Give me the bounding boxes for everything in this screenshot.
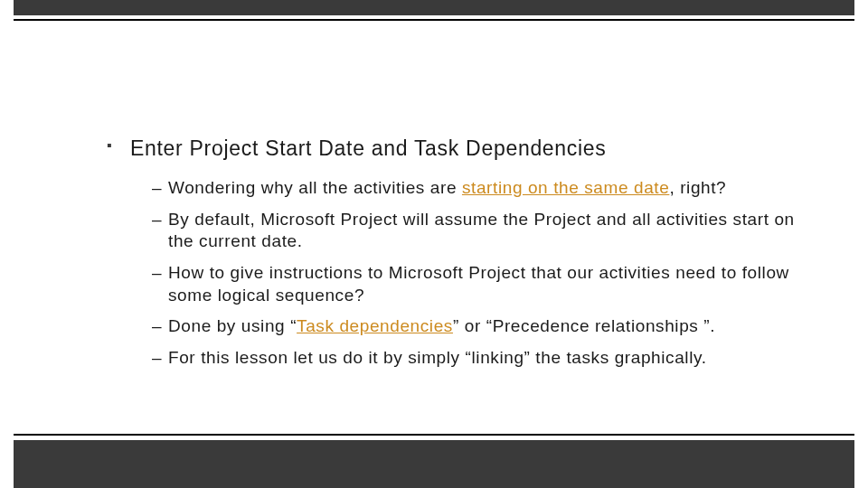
list-item: Wondering why all the activities are sta… <box>152 177 796 200</box>
bottom-border-thick <box>14 440 854 488</box>
text: By default, Microsoft Project will assum… <box>168 210 795 251</box>
text: , right? <box>669 178 726 197</box>
text: How to give instructions to Microsoft Pr… <box>168 263 789 305</box>
list-item: For this lesson let us do it by simply “… <box>152 347 796 370</box>
highlight-text: starting on the same date <box>462 178 669 197</box>
list-item: By default, Microsoft Project will assum… <box>152 209 796 253</box>
text: ” or “Precedence relationships ”. <box>453 316 715 335</box>
text: Done by using “ <box>168 316 297 335</box>
bullet-list: Wondering why all the activities are sta… <box>101 177 796 370</box>
top-border-thick <box>14 0 854 15</box>
list-item: How to give instructions to Microsoft Pr… <box>152 262 796 306</box>
slide-heading: Enter Project Start Date and Task Depend… <box>101 136 796 161</box>
top-border-thin <box>14 19 854 21</box>
text: For this lesson let us do it by simply “… <box>168 348 707 367</box>
text: Wondering why all the activities are <box>168 178 462 197</box>
bottom-border <box>14 434 854 488</box>
slide: Enter Project Start Date and Task Depend… <box>0 0 868 488</box>
highlight-text: Task dependencies <box>297 316 453 335</box>
slide-content: Enter Project Start Date and Task Depend… <box>101 136 796 379</box>
list-item: Done by using “Task dependencies” or “Pr… <box>152 315 796 338</box>
top-border <box>14 0 854 21</box>
